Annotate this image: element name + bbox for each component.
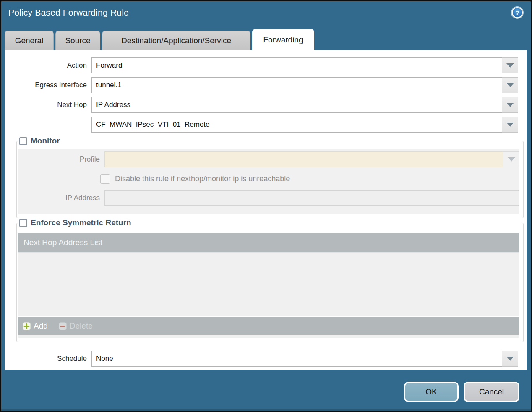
symmetric-return-label: Enforce Symmetric Return xyxy=(31,218,131,227)
tab-destination-application-service[interactable]: Destination/Application/Service xyxy=(102,31,250,50)
dialog-footer: OK Cancel xyxy=(404,382,519,402)
monitor-checkbox[interactable] xyxy=(19,137,27,145)
chevron-down-icon xyxy=(508,157,515,162)
monitor-ip-label: IP Address xyxy=(18,194,104,202)
dialog-title: Policy Based Forwarding Rule xyxy=(8,8,129,18)
action-select xyxy=(91,57,518,73)
next-hop-input[interactable] xyxy=(91,97,502,113)
dialog-titlebar: Policy Based Forwarding Rule ? xyxy=(1,1,531,26)
monitor-section: Monitor Profile Disable this rule if nex… xyxy=(16,136,524,218)
profile-label: Profile xyxy=(18,155,104,164)
profile-input xyxy=(104,151,503,167)
chevron-down-icon xyxy=(506,357,514,361)
ok-button-label: OK xyxy=(425,387,437,396)
delete-button: Delete xyxy=(59,321,93,331)
schedule-label: Schedule xyxy=(5,355,91,363)
profile-row: Profile xyxy=(18,151,519,167)
action-label: Action xyxy=(5,61,91,70)
monitor-legend: Monitor xyxy=(18,136,63,146)
egress-interface-dropdown-button[interactable] xyxy=(502,77,518,93)
add-button[interactable]: Add xyxy=(23,321,48,331)
window-bottom-edge xyxy=(1,409,531,411)
disable-rule-row: Disable this rule if nexthop/monitor ip … xyxy=(100,173,519,185)
svg-text:?: ? xyxy=(515,9,519,16)
next-hop-address-select xyxy=(91,117,518,133)
egress-interface-input[interactable] xyxy=(91,77,502,93)
monitor-label: Monitor xyxy=(31,136,60,146)
table-toolbar: Add Delete xyxy=(18,317,519,335)
action-input[interactable] xyxy=(91,57,502,73)
forwarding-tab-panel: Action Egress Interface Next Hop xyxy=(5,50,527,370)
table-body-empty[interactable] xyxy=(18,252,519,316)
cancel-button-label: Cancel xyxy=(479,387,504,396)
next-hop-address-row xyxy=(5,117,518,133)
schedule-input[interactable] xyxy=(91,351,502,367)
action-dropdown-button[interactable] xyxy=(502,57,518,73)
action-row: Action xyxy=(5,57,518,73)
next-hop-row: Next Hop xyxy=(5,97,518,113)
tab-forwarding-label: Forwarding xyxy=(263,35,303,44)
monitor-ip-row: IP Address xyxy=(18,190,519,206)
schedule-select xyxy=(91,351,518,367)
minus-icon xyxy=(59,322,67,330)
egress-interface-row: Egress Interface xyxy=(5,77,518,93)
next-hop-address-input[interactable] xyxy=(91,117,502,133)
chevron-down-icon xyxy=(506,123,514,127)
symmetric-return-section: Enforce Symmetric Return Next Hop Addres… xyxy=(16,218,524,342)
pbf-rule-dialog: Policy Based Forwarding Rule ? General S… xyxy=(0,0,532,412)
cancel-button[interactable]: Cancel xyxy=(464,382,519,402)
tab-source-label: Source xyxy=(65,36,90,45)
tab-source[interactable]: Source xyxy=(55,31,100,50)
schedule-dropdown-button[interactable] xyxy=(502,351,518,367)
egress-interface-select xyxy=(91,77,518,93)
next-hop-address-dropdown-button[interactable] xyxy=(502,117,518,133)
symmetric-return-checkbox[interactable] xyxy=(19,219,27,227)
table-header-label: Next Hop Address List xyxy=(23,238,102,247)
next-hop-dropdown-button[interactable] xyxy=(502,97,518,113)
schedule-row: Schedule xyxy=(5,351,518,367)
monitor-panel: Profile Disable this rule if nexthop/mon… xyxy=(18,149,519,214)
next-hop-address-list-table: Next Hop Address List Add xyxy=(18,233,519,338)
egress-interface-label: Egress Interface xyxy=(5,81,91,89)
tab-bar: General Source Destination/Application/S… xyxy=(5,29,527,50)
table-bottom-strip xyxy=(18,335,519,338)
delete-button-label: Delete xyxy=(70,321,93,331)
table-header: Next Hop Address List xyxy=(18,233,519,252)
help-button[interactable]: ? xyxy=(511,6,524,19)
tab-general-label: General xyxy=(15,36,44,45)
chevron-down-icon xyxy=(506,83,514,87)
tab-forwarding[interactable]: Forwarding xyxy=(252,29,314,50)
monitor-ip-input xyxy=(104,190,519,206)
tab-destination-label: Destination/Application/Service xyxy=(121,36,231,45)
help-icon: ? xyxy=(511,6,524,19)
profile-dropdown-button xyxy=(503,151,519,167)
plus-icon xyxy=(23,322,31,330)
next-hop-select xyxy=(91,97,518,113)
profile-select xyxy=(104,151,519,167)
disable-rule-checkbox xyxy=(100,174,110,184)
ok-button[interactable]: OK xyxy=(404,382,459,402)
disable-rule-label: Disable this rule if nexthop/monitor ip … xyxy=(115,175,290,183)
chevron-down-icon xyxy=(506,103,514,107)
next-hop-label: Next Hop xyxy=(5,101,91,109)
add-button-label: Add xyxy=(34,321,48,331)
chevron-down-icon xyxy=(506,63,514,68)
symmetric-return-legend: Enforce Symmetric Return xyxy=(18,218,134,227)
tab-general[interactable]: General xyxy=(5,31,54,50)
